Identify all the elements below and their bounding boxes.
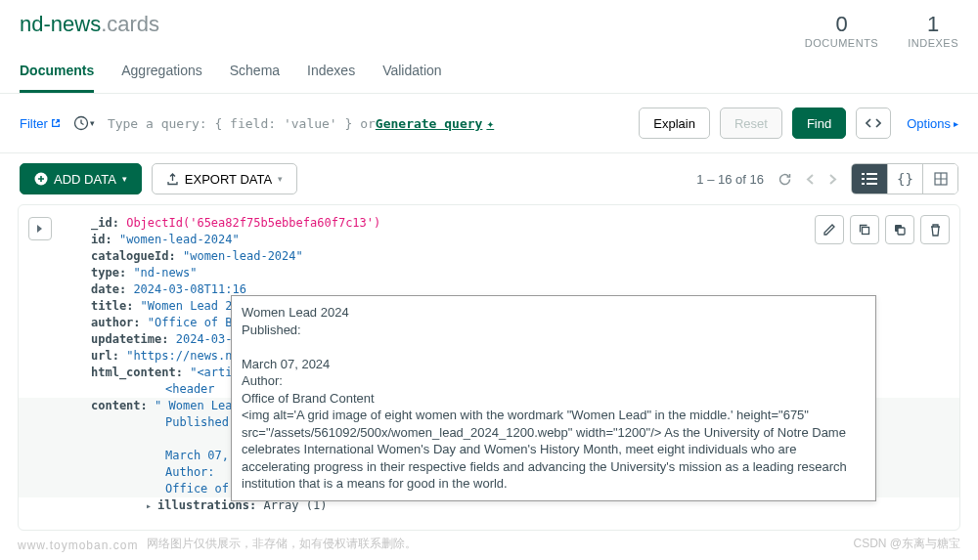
- next-page-button[interactable]: [828, 173, 837, 186]
- expand-button[interactable]: [28, 217, 52, 240]
- history-button[interactable]: ▾: [70, 109, 98, 137]
- external-link-icon: [51, 118, 61, 128]
- prev-page-button[interactable]: [806, 173, 815, 186]
- tab-indexes[interactable]: Indexes: [307, 63, 355, 93]
- sparkle-icon: ✦: [486, 116, 494, 131]
- caret-right-icon: [36, 224, 44, 234]
- stat-documents: 0 DOCUMENTS: [805, 12, 878, 49]
- chevron-right-icon: ▸: [954, 118, 958, 129]
- chevron-right-icon: [828, 173, 837, 186]
- add-data-button[interactable]: ADD DATA ▾: [20, 163, 142, 194]
- delete-button[interactable]: [920, 215, 950, 244]
- header: nd-news.cards 0 DOCUMENTS 1 INDEXES: [0, 0, 978, 49]
- tab-validation[interactable]: Validation: [382, 63, 441, 93]
- reset-button[interactable]: Reset: [720, 108, 782, 139]
- tabs: Documents Aggregations Schema Indexes Va…: [0, 49, 978, 94]
- export-data-button[interactable]: EXPORT DATA ▾: [152, 163, 297, 194]
- toolbar: ADD DATA ▾ EXPORT DATA ▾ 1 – 16 of 16 {}: [0, 153, 978, 204]
- svg-rect-5: [867, 178, 877, 180]
- svg-rect-11: [898, 228, 905, 235]
- list-icon: [862, 173, 877, 185]
- braces-icon: {}: [897, 171, 913, 187]
- find-button[interactable]: Find: [792, 108, 846, 139]
- chevron-down-icon: ▾: [278, 174, 283, 184]
- tooltip: Women Lead 2024 Published: March 07, 202…: [231, 295, 876, 501]
- tab-schema[interactable]: Schema: [230, 63, 280, 93]
- copy-button[interactable]: [850, 215, 879, 244]
- code-button[interactable]: [856, 108, 891, 139]
- pagination-text: 1 – 16 of 16: [696, 172, 764, 187]
- trash-icon: [929, 223, 942, 237]
- code-icon: [866, 117, 881, 129]
- field-catalogueId: catalogueId "women-lead-2024": [91, 248, 959, 265]
- svg-rect-9: [863, 228, 869, 235]
- chevron-left-icon: [806, 173, 815, 186]
- svg-rect-2: [862, 173, 865, 175]
- watermark-left: www.toymoban.com: [18, 538, 138, 552]
- view-table-button[interactable]: [922, 164, 957, 194]
- svg-rect-6: [862, 183, 865, 185]
- generate-query-link[interactable]: Generate query ✦: [376, 116, 494, 131]
- query-input[interactable]: Type a query: { field: 'value' } or Gene…: [108, 116, 629, 131]
- clock-icon: [73, 115, 89, 131]
- svg-rect-3: [867, 173, 877, 175]
- chevron-down-icon: ▾: [122, 174, 127, 184]
- table-icon: [934, 172, 948, 186]
- clone-button[interactable]: [885, 215, 914, 244]
- view-list-button[interactable]: [852, 164, 887, 194]
- collection-stats: 0 DOCUMENTS 1 INDEXES: [805, 12, 958, 49]
- filter-link[interactable]: Filter: [20, 116, 61, 131]
- explain-button[interactable]: Explain: [639, 108, 710, 139]
- watermark-right: CSDN @东离与糖宝: [853, 536, 960, 552]
- pencil-icon: [822, 223, 836, 237]
- edit-button[interactable]: [815, 215, 844, 244]
- options-link[interactable]: Options ▸: [907, 116, 958, 131]
- copy-icon: [858, 223, 871, 237]
- collection-name: cards: [107, 12, 159, 36]
- watermark-note: 网络图片仅供展示，非存储，如有侵权请联系删除。: [147, 536, 417, 552]
- query-bar: Filter ▾ Type a query: { field: 'value' …: [0, 94, 978, 153]
- field-type: type "nd-news": [91, 265, 959, 281]
- tab-documents[interactable]: Documents: [20, 63, 94, 93]
- stat-indexes: 1 INDEXES: [908, 12, 958, 49]
- tab-aggregations[interactable]: Aggregations: [121, 63, 202, 93]
- refresh-button[interactable]: [778, 172, 792, 187]
- svg-rect-4: [862, 178, 865, 180]
- refresh-icon: [778, 172, 792, 187]
- export-icon: [166, 173, 179, 186]
- clone-icon: [893, 223, 907, 237]
- view-json-button[interactable]: {}: [887, 164, 922, 194]
- db-name: nd-news: [20, 12, 101, 36]
- view-toggle: {}: [851, 163, 958, 194]
- namespace-title: nd-news.cards: [20, 12, 159, 37]
- plus-circle-icon: [34, 172, 48, 186]
- svg-rect-7: [867, 183, 877, 185]
